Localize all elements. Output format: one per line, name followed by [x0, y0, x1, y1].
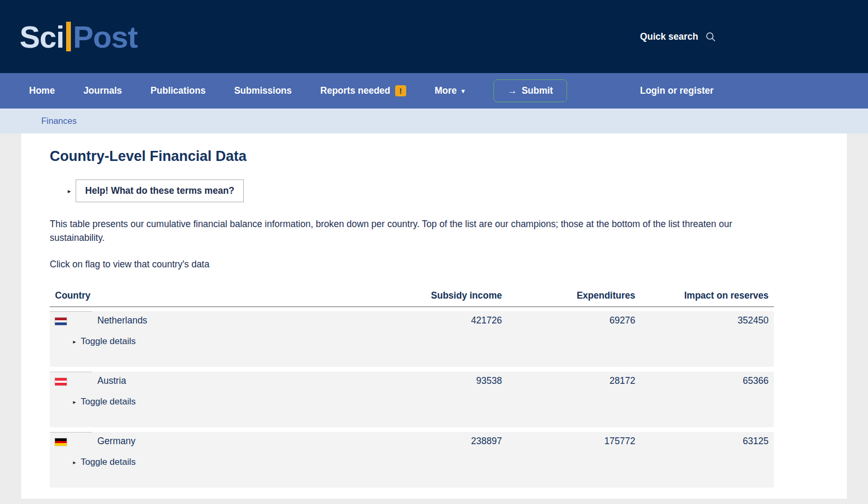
toggle-details-label: Toggle details — [81, 336, 136, 347]
subsidy-income-value: 93538 — [374, 372, 507, 391]
details-row: ▸ Toggle details — [50, 391, 774, 428]
column-header-impact-on-reserves: Impact on reserves — [641, 285, 774, 307]
row-spacer — [50, 307, 774, 311]
toggle-details-germany[interactable]: ▸ Toggle details — [73, 457, 136, 467]
toggle-details-label: Toggle details — [81, 397, 136, 407]
breadcrumb-finances-link[interactable]: Finances — [41, 116, 77, 126]
nav-item-submissions[interactable]: Submissions — [234, 85, 292, 96]
impact-on-reserves-value: 63125 — [641, 432, 774, 451]
nav-item-home-label: Home — [29, 85, 55, 96]
logo-sci-text: Sci — [20, 19, 64, 55]
nav-item-more-label: More — [435, 85, 457, 96]
financial-table: Country Subsidy income Expenditures Impa… — [50, 285, 774, 488]
subsidy-income-value: 238897 — [374, 432, 507, 451]
nav-item-more[interactable]: More ▾ — [435, 85, 465, 96]
help-toggle-label: Help! What do these terms mean? — [76, 179, 244, 202]
help-details-toggle[interactable]: ▸ Help! What do these terms mean? — [68, 179, 244, 202]
main-nav: Home Journals Publications Submissions R… — [0, 73, 868, 109]
country-link-germany[interactable]: Germany — [97, 436, 135, 446]
intro-paragraph: This table presents our cumulative finan… — [50, 217, 756, 245]
submit-button[interactable]: → Submit — [494, 79, 568, 102]
flag-austria-icon[interactable] — [55, 378, 67, 385]
expenditures-value: 175772 — [507, 432, 641, 451]
column-header-subsidy-income: Subsidy income — [374, 285, 507, 307]
page-title: Country-Level Financial Data — [50, 148, 818, 165]
table-row: Netherlands 421726 69276 352450 — [50, 311, 774, 330]
breadcrumb: Finances — [0, 109, 868, 133]
impact-on-reserves-value: 65366 — [641, 372, 774, 391]
country-group-germany: Germany 238897 175772 63125 ▸ Toggle det… — [50, 427, 774, 488]
row-spacer — [50, 367, 774, 372]
toggle-details-netherlands[interactable]: ▸ Toggle details — [73, 336, 136, 347]
financial-table-container: Country Subsidy income Expenditures Impa… — [50, 285, 818, 488]
logo-post-text: Post — [73, 19, 138, 55]
quick-search[interactable]: Quick search — [640, 31, 716, 42]
alert-badge: ! — [395, 85, 406, 96]
nav-item-reports-needed[interactable]: Reports needed ! — [321, 85, 406, 96]
arrow-right-icon: → — [508, 85, 517, 96]
flag-germany-icon[interactable] — [55, 438, 67, 446]
row-spacer — [50, 427, 774, 432]
triangle-right-icon: ▸ — [73, 399, 76, 406]
country-group-netherlands: Netherlands 421726 69276 352450 ▸ Toggle… — [50, 307, 774, 367]
toggle-details-label: Toggle details — [81, 457, 136, 467]
country-group-austria: Austria 93538 28172 65366 ▸ Toggle detai… — [50, 367, 774, 427]
scipost-logo[interactable]: Sci Post — [20, 19, 138, 55]
submit-button-label: Submit — [522, 85, 553, 96]
expenditures-value: 28172 — [507, 372, 641, 391]
quick-search-label: Quick search — [640, 31, 698, 42]
column-header-country: Country — [50, 285, 374, 307]
flag-netherlands-icon[interactable] — [55, 318, 67, 325]
country-link-austria[interactable]: Austria — [97, 375, 126, 386]
nav-item-home[interactable]: Home — [29, 85, 55, 96]
flag-hint-text: Click on flag to view that country's dat… — [50, 259, 818, 270]
subsidy-income-value: 421726 — [374, 311, 507, 330]
triangle-right-icon: ▸ — [73, 459, 76, 466]
top-header: Sci Post Quick search — [0, 0, 868, 73]
details-row: ▸ Toggle details — [50, 330, 774, 367]
toggle-details-austria[interactable]: ▸ Toggle details — [73, 397, 136, 407]
table-row: Germany 238897 175772 63125 — [50, 432, 774, 451]
nav-item-journals-label: Journals — [84, 85, 122, 96]
country-link-netherlands[interactable]: Netherlands — [97, 315, 147, 326]
login-or-register-link[interactable]: Login or register — [640, 85, 714, 96]
search-icon[interactable] — [706, 32, 716, 42]
triangle-right-icon: ▸ — [68, 187, 71, 195]
nav-item-journals[interactable]: Journals — [84, 85, 122, 96]
main-content: Country-Level Financial Data ▸ Help! Wha… — [21, 133, 847, 499]
chevron-down-icon: ▾ — [462, 88, 465, 94]
triangle-right-icon: ▸ — [73, 338, 76, 345]
table-header-row: Country Subsidy income Expenditures Impa… — [50, 285, 774, 307]
expenditures-value: 69276 — [507, 311, 641, 330]
logo-pipe-icon — [66, 22, 71, 51]
nav-item-publications[interactable]: Publications — [151, 85, 206, 96]
column-header-expenditures: Expenditures — [507, 285, 641, 307]
nav-item-publications-label: Publications — [151, 85, 206, 96]
nav-item-reports-needed-label: Reports needed — [321, 85, 390, 96]
impact-on-reserves-value: 352450 — [641, 311, 774, 330]
table-row: Austria 93538 28172 65366 — [50, 372, 774, 391]
nav-item-submissions-label: Submissions — [234, 85, 292, 96]
details-row: ▸ Toggle details — [50, 451, 774, 488]
